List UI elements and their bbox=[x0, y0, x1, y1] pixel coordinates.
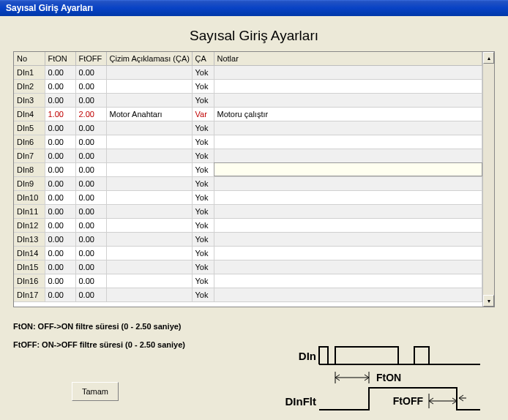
cell-notes[interactable] bbox=[214, 176, 482, 190]
cell-ftoff[interactable]: 0.00 bbox=[75, 65, 106, 79]
cell-ca[interactable]: Yok bbox=[192, 204, 214, 218]
cell-ca[interactable]: Yok bbox=[192, 176, 214, 190]
cell-ca[interactable]: Yok bbox=[192, 288, 214, 301]
cell-fton[interactable]: 0.00 bbox=[45, 274, 75, 288]
cell-ca[interactable]: Yok bbox=[192, 232, 214, 246]
cell-desc[interactable] bbox=[106, 135, 192, 149]
table-row[interactable]: DIn30.000.00Yok bbox=[14, 93, 482, 107]
cell-fton[interactable]: 0.00 bbox=[45, 260, 75, 274]
table-row[interactable]: DIn160.000.00Yok bbox=[14, 274, 482, 288]
cell-notes[interactable] bbox=[214, 79, 482, 93]
table-row[interactable]: DIn150.000.00Yok bbox=[14, 260, 482, 274]
cell-fton[interactable]: 0.00 bbox=[45, 246, 75, 260]
cell-notes[interactable] bbox=[214, 232, 482, 246]
cell-desc[interactable] bbox=[106, 260, 192, 274]
table-row[interactable]: DIn120.000.00Yok bbox=[14, 218, 482, 232]
cell-ftoff[interactable]: 0.00 bbox=[75, 204, 106, 218]
cell-fton[interactable]: 0.00 bbox=[45, 93, 75, 107]
cell-desc[interactable] bbox=[106, 162, 192, 176]
cell-ca[interactable]: Yok bbox=[192, 121, 214, 135]
table-row[interactable]: DIn100.000.00Yok bbox=[14, 190, 482, 204]
cell-ca[interactable]: Yok bbox=[192, 162, 214, 176]
cell-desc[interactable] bbox=[106, 176, 192, 190]
vertical-scrollbar[interactable]: ▴ ▾ bbox=[482, 52, 494, 307]
cell-notes[interactable] bbox=[214, 274, 482, 288]
cell-desc[interactable] bbox=[106, 121, 192, 135]
cell-fton[interactable]: 0.00 bbox=[45, 218, 75, 232]
cell-fton[interactable]: 0.00 bbox=[45, 121, 75, 135]
col-header-no[interactable]: No bbox=[14, 52, 45, 65]
col-header-ca[interactable]: ÇA bbox=[192, 52, 214, 65]
cell-notes[interactable] bbox=[214, 288, 482, 301]
table-row[interactable]: DIn90.000.00Yok bbox=[14, 176, 482, 190]
cell-ca[interactable]: Yok bbox=[192, 260, 214, 274]
cell-notes[interactable] bbox=[214, 260, 482, 274]
cell-notes[interactable] bbox=[214, 162, 482, 176]
cell-fton[interactable]: 0.00 bbox=[45, 79, 75, 93]
cell-notes[interactable]: Motoru çalıştır bbox=[214, 107, 482, 121]
cell-ftoff[interactable]: 0.00 bbox=[75, 232, 106, 246]
cell-ftoff[interactable]: 0.00 bbox=[75, 149, 106, 162]
cell-desc[interactable] bbox=[106, 149, 192, 162]
cell-desc[interactable]: Motor Anahtarı bbox=[106, 107, 192, 121]
cell-desc[interactable] bbox=[106, 190, 192, 204]
cell-fton[interactable]: 0.00 bbox=[45, 288, 75, 301]
cell-ftoff[interactable]: 0.00 bbox=[75, 135, 106, 149]
cell-fton[interactable]: 0.00 bbox=[45, 149, 75, 162]
cell-ca[interactable]: Yok bbox=[192, 79, 214, 93]
cell-notes[interactable] bbox=[214, 121, 482, 135]
cell-notes[interactable] bbox=[214, 190, 482, 204]
cell-ftoff[interactable]: 0.00 bbox=[75, 274, 106, 288]
col-header-ftoff[interactable]: FtOFF bbox=[75, 52, 106, 65]
table-row[interactable]: DIn80.000.00Yok bbox=[14, 162, 482, 176]
scroll-track[interactable] bbox=[483, 64, 494, 295]
cell-fton[interactable]: 0.00 bbox=[45, 162, 75, 176]
table-row[interactable]: DIn70.000.00Yok bbox=[14, 149, 482, 162]
cell-ca[interactable]: Yok bbox=[192, 218, 214, 232]
cell-fton[interactable]: 0.00 bbox=[45, 135, 75, 149]
cell-ca[interactable]: Yok bbox=[192, 246, 214, 260]
table-row[interactable]: DIn60.000.00Yok bbox=[14, 135, 482, 149]
cell-ca[interactable]: Var bbox=[192, 107, 214, 121]
cell-ftoff[interactable]: 0.00 bbox=[75, 79, 106, 93]
col-header-fton[interactable]: FtON bbox=[45, 52, 75, 65]
cell-desc[interactable] bbox=[106, 93, 192, 107]
cell-ca[interactable]: Yok bbox=[192, 93, 214, 107]
cell-ca[interactable]: Yok bbox=[192, 190, 214, 204]
cell-ftoff[interactable]: 0.00 bbox=[75, 121, 106, 135]
cell-notes[interactable] bbox=[214, 93, 482, 107]
cell-ftoff[interactable]: 0.00 bbox=[75, 93, 106, 107]
table-row[interactable]: DIn110.000.00Yok bbox=[14, 204, 482, 218]
cell-notes[interactable] bbox=[214, 204, 482, 218]
table-row[interactable]: DIn50.000.00Yok bbox=[14, 121, 482, 135]
table-row[interactable]: DIn20.000.00Yok bbox=[14, 79, 482, 93]
cell-ca[interactable]: Yok bbox=[192, 274, 214, 288]
cell-fton[interactable]: 0.00 bbox=[45, 190, 75, 204]
cell-ftoff[interactable]: 0.00 bbox=[75, 190, 106, 204]
table-row[interactable]: DIn41.002.00Motor AnahtarıVarMotoru çalı… bbox=[14, 107, 482, 121]
cell-ca[interactable]: Yok bbox=[192, 135, 214, 149]
cell-ftoff[interactable]: 0.00 bbox=[75, 288, 106, 301]
table-row[interactable]: DIn130.000.00Yok bbox=[14, 232, 482, 246]
cell-ftoff[interactable]: 0.00 bbox=[75, 246, 106, 260]
cell-desc[interactable] bbox=[106, 274, 192, 288]
cell-ftoff[interactable]: 2.00 bbox=[75, 107, 106, 121]
cell-ca[interactable]: Yok bbox=[192, 65, 214, 79]
scroll-up-button[interactable]: ▴ bbox=[483, 52, 494, 64]
cell-fton[interactable]: 0.00 bbox=[45, 204, 75, 218]
cell-notes[interactable] bbox=[214, 218, 482, 232]
cell-ca[interactable]: Yok bbox=[192, 149, 214, 162]
cell-notes[interactable] bbox=[214, 246, 482, 260]
cell-fton[interactable]: 1.00 bbox=[45, 107, 75, 121]
ok-button[interactable]: Tamam bbox=[72, 382, 119, 401]
cell-ftoff[interactable]: 0.00 bbox=[75, 218, 106, 232]
col-header-desc[interactable]: Çizim Açıklaması (ÇA) bbox=[106, 52, 192, 65]
table-row[interactable]: DIn140.000.00Yok bbox=[14, 246, 482, 260]
cell-fton[interactable]: 0.00 bbox=[45, 232, 75, 246]
cell-ftoff[interactable]: 0.00 bbox=[75, 176, 106, 190]
cell-desc[interactable] bbox=[106, 79, 192, 93]
cell-notes[interactable] bbox=[214, 65, 482, 79]
table-row[interactable]: DIn170.000.00Yok bbox=[14, 288, 482, 301]
cell-fton[interactable]: 0.00 bbox=[45, 65, 75, 79]
table-row[interactable]: DIn10.000.00Yok bbox=[14, 65, 482, 79]
